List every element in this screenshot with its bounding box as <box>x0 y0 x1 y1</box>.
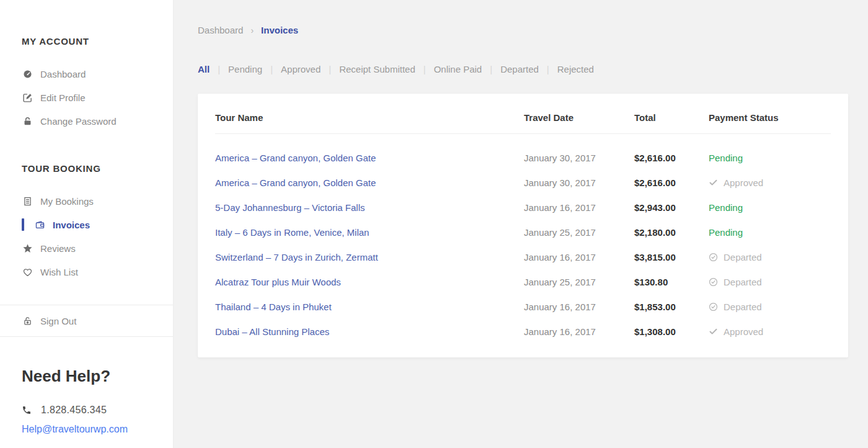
table-row: America – Grand canyon, Golden Gate Janu… <box>215 145 831 170</box>
filter-online-paid[interactable]: Online Paid <box>434 64 482 74</box>
breadcrumb: Dashboard›Invoices <box>198 0 868 35</box>
bookings-icon <box>22 195 33 207</box>
sidebar-item-reviews[interactable]: Reviews <box>0 236 173 260</box>
account-dashboard-page: MY ACCOUNT Dashboard Edit Profile Change… <box>0 0 868 448</box>
sidebar-item-label: Dashboard <box>40 69 86 79</box>
travel-date: January 16, 2017 <box>524 326 634 337</box>
invoice-status-filters: All|Pending|Approved|Receipt Submitted|O… <box>198 64 868 74</box>
sidebar-item-dashboard[interactable]: Dashboard <box>0 62 173 86</box>
star-icon <box>22 243 33 254</box>
tour-name-link[interactable]: America – Grand canyon, Golden Gate <box>215 153 524 163</box>
dashboard-icon <box>22 68 33 79</box>
wallet-icon <box>34 219 45 230</box>
breadcrumb-dashboard-link[interactable]: Dashboard <box>198 25 243 35</box>
unlock-icon <box>22 315 33 326</box>
filter-separator: | <box>329 64 331 74</box>
travel-date: January 30, 2017 <box>524 153 634 163</box>
payment-status-label: Pending <box>709 202 743 213</box>
col-header-travel-date: Travel Date <box>524 112 634 123</box>
table-body: America – Grand canyon, Golden Gate Janu… <box>198 134 848 357</box>
travel-date: January 25, 2017 <box>524 277 634 287</box>
sidebar-item-label: Change Password <box>40 116 117 127</box>
filter-separator: | <box>490 64 492 74</box>
sidebar-item-wish-list[interactable]: Wish List <box>0 260 173 284</box>
section-title-tour-booking: TOUR BOOKING <box>22 163 173 174</box>
filter-rejected[interactable]: Rejected <box>557 64 594 74</box>
total-amount: $2,943.00 <box>634 202 709 213</box>
table-row: Switzerland – 7 Days in Zurich, Zermatt … <box>215 244 831 269</box>
total-amount: $1,308.00 <box>634 326 709 337</box>
table-row: Dubai – All Stunning Places January 16, … <box>215 319 831 344</box>
col-header-payment-status: Payment Status <box>709 112 831 123</box>
sidebar-item-label: Invoices <box>53 220 90 230</box>
travel-date: January 16, 2017 <box>524 302 634 312</box>
table-row: 5-Day Johannesburg – Victoria Falls Janu… <box>215 195 831 220</box>
filter-departed[interactable]: Departed <box>500 64 539 74</box>
total-amount: $130.80 <box>634 277 709 287</box>
sidebar-item-sign-out[interactable]: Sign Out <box>0 305 173 336</box>
help-phone-number: 1.828.456.345 <box>41 405 107 416</box>
filter-separator: | <box>547 64 549 74</box>
sidebar-item-invoices[interactable]: Invoices <box>0 213 173 236</box>
filter-all[interactable]: All <box>198 64 210 74</box>
sidebar-item-label: Sign Out <box>40 316 76 326</box>
tour-name-link[interactable]: Switzerland – 7 Days in Zurich, Zermatt <box>215 252 524 262</box>
circle-check-icon <box>709 277 718 287</box>
col-header-total: Total <box>634 112 709 123</box>
tour-name-link[interactable]: Alcatraz Tour plus Muir Woods <box>215 277 524 287</box>
circle-check-icon <box>709 253 718 262</box>
filter-pending[interactable]: Pending <box>228 64 262 74</box>
filter-receipt-submitted[interactable]: Receipt Submitted <box>339 64 415 74</box>
tour-name-link[interactable]: Dubai – All Stunning Places <box>215 326 524 337</box>
sidebar-item-label: My Bookings <box>40 196 94 207</box>
circle-check-icon <box>709 302 718 311</box>
tour-booking-nav: My Bookings Invoices Reviews Wish List <box>0 189 173 284</box>
total-amount: $2,616.00 <box>634 177 709 188</box>
sidebar-item-my-bookings[interactable]: My Bookings <box>0 189 173 213</box>
tour-name-link[interactable]: America – Grand canyon, Golden Gate <box>215 177 524 188</box>
total-amount: $2,180.00 <box>634 227 709 238</box>
payment-status: Pending <box>709 202 831 213</box>
payment-status-label: Departed <box>724 302 762 312</box>
payment-status-label: Pending <box>709 227 743 238</box>
payment-status: Departed <box>709 252 831 262</box>
filter-separator: | <box>218 64 220 74</box>
edit-icon <box>22 92 33 103</box>
sidebar-item-label: Edit Profile <box>40 92 86 103</box>
col-header-tour-name: Tour Name <box>215 112 524 123</box>
invoices-table-card: Tour Name Travel Date Total Payment Stat… <box>198 94 848 357</box>
breadcrumb-current-page: Invoices <box>261 25 298 35</box>
sidebar: MY ACCOUNT Dashboard Edit Profile Change… <box>0 0 174 448</box>
main-content: Dashboard›Invoices All|Pending|Approved|… <box>174 0 868 448</box>
table-header-row: Tour Name Travel Date Total Payment Stat… <box>215 94 831 134</box>
payment-status: Pending <box>709 227 831 238</box>
phone-icon <box>22 405 32 416</box>
signout-section: Sign Out <box>0 305 173 337</box>
phone-row: 1.828.456.345 <box>22 405 173 416</box>
total-amount: $2,616.00 <box>634 153 709 163</box>
sidebar-item-edit-profile[interactable]: Edit Profile <box>0 86 173 109</box>
payment-status: Pending <box>709 153 831 163</box>
payment-status: Departed <box>709 277 831 287</box>
sidebar-item-change-password[interactable]: Change Password <box>0 109 173 133</box>
payment-status: Approved <box>709 326 831 337</box>
sidebar-item-label: Wish List <box>40 267 78 277</box>
tour-name-link[interactable]: Thailand – 4 Days in Phuket <box>215 302 524 312</box>
filter-separator: | <box>423 64 426 74</box>
filter-separator: | <box>270 64 273 74</box>
tour-name-link[interactable]: Italy – 6 Days in Rome, Venice, Milan <box>215 227 524 238</box>
travel-date: January 30, 2017 <box>524 177 634 188</box>
payment-status-label: Pending <box>709 153 743 163</box>
payment-status-label: Approved <box>724 326 763 337</box>
help-email-link[interactable]: Help@traveltourwp.com <box>22 424 128 435</box>
check-icon <box>709 327 718 336</box>
payment-status: Departed <box>709 302 831 312</box>
tour-name-link[interactable]: 5-Day Johannesburg – Victoria Falls <box>215 202 524 213</box>
need-help-title: Need Help? <box>22 367 173 386</box>
section-title-my-account: MY ACCOUNT <box>22 36 173 47</box>
payment-status-label: Departed <box>724 277 762 287</box>
lock-icon <box>22 115 33 127</box>
table-row: Alcatraz Tour plus Muir Woods January 25… <box>215 269 831 294</box>
total-amount: $3,815.00 <box>634 252 709 262</box>
filter-approved[interactable]: Approved <box>281 64 321 74</box>
